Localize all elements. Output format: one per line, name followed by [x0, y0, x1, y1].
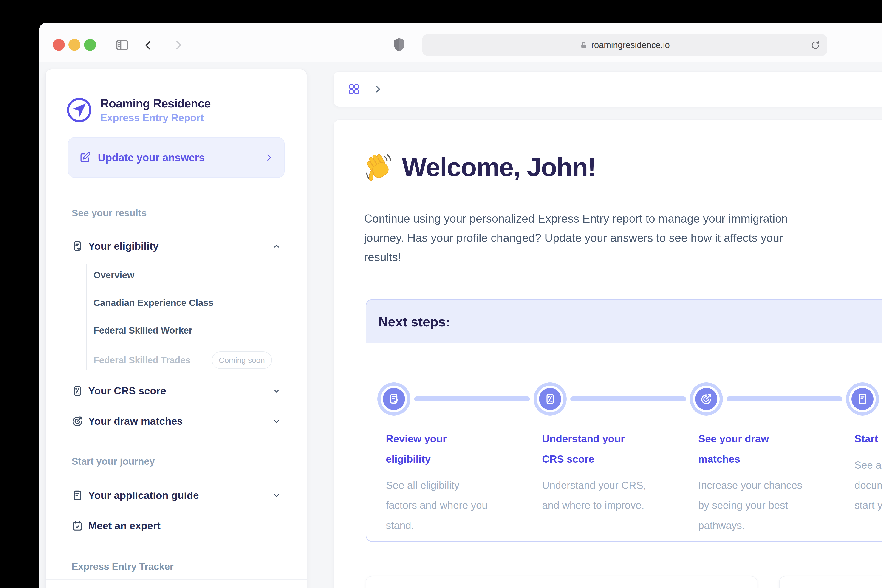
- step-column: Understand your CRS score Understand you…: [542, 429, 649, 515]
- chevron-down-icon[interactable]: [272, 491, 281, 500]
- crs-score-icon: [544, 393, 556, 405]
- file-check-icon: [72, 240, 83, 252]
- step-title-link[interactable]: Understand your CRS score: [542, 429, 649, 469]
- section-express-entry-tracker: Express Entry Tracker: [72, 561, 174, 572]
- step-title-link[interactable]: Review your eligibility: [386, 429, 493, 469]
- update-answers-label: Update your answers: [98, 152, 258, 164]
- next-steps-title: Next steps:: [378, 314, 450, 329]
- timeline-connector: [414, 396, 530, 402]
- timeline-connector: [726, 396, 842, 402]
- brand-title: Roaming Residence: [100, 96, 211, 110]
- step-description: See all eligibility factors and where yo…: [386, 475, 493, 536]
- brand: Roaming Residence Express Entry Report: [66, 96, 211, 124]
- browser-window: roamingresidence.io Roaming Residence Ex…: [39, 23, 882, 588]
- sidebar-item-fst: Federal Skilled Trades: [93, 354, 190, 367]
- step-column: Start See al docum start y: [854, 429, 882, 515]
- sidebar-item-fsw[interactable]: Federal Skilled Worker: [93, 324, 192, 337]
- lock-icon: [580, 41, 588, 49]
- step-column: See your draw matches Increase your chan…: [698, 429, 805, 536]
- timeline-connector: [570, 396, 686, 402]
- dashboard-grid-icon[interactable]: [348, 83, 360, 95]
- target-icon: [72, 416, 83, 427]
- browser-toolbar: roamingresidence.io: [39, 23, 882, 63]
- sidebar-divider: [46, 579, 307, 580]
- brand-subtitle: Express Entry Report: [100, 112, 211, 124]
- next-steps-card: Next steps:: [366, 299, 882, 542]
- step-title-link[interactable]: See your draw matches: [698, 429, 805, 469]
- chevron-up-icon[interactable]: [272, 242, 281, 251]
- step-badge-eligibility: [377, 382, 411, 416]
- chevron-down-icon[interactable]: [272, 386, 281, 396]
- sidebar-toggle-icon[interactable]: [115, 38, 129, 52]
- file-check-icon: [388, 393, 400, 405]
- target-icon: [700, 393, 712, 405]
- next-steps-header: Next steps:: [366, 300, 882, 344]
- section-start-your-journey: Start your journey: [72, 456, 155, 467]
- step-description: Increase your chances by seeing your bes…: [698, 475, 805, 536]
- step-badge-crs: [534, 382, 567, 416]
- step-description: See al docum start y: [854, 455, 882, 515]
- welcome-heading-row: Welcome, John!: [363, 152, 596, 182]
- sidebar-item-application-guide[interactable]: Your application guide: [46, 485, 307, 506]
- bottom-card-left[interactable]: [366, 576, 757, 588]
- back-button[interactable]: [142, 39, 154, 51]
- breadcrumb-bar: [333, 71, 882, 107]
- chevron-right-icon: [264, 153, 273, 162]
- step-title-link[interactable]: Start: [854, 429, 882, 449]
- coming-soon-badge: Coming soon: [212, 351, 272, 369]
- sidebar-item-crs-score[interactable]: Your CRS score: [46, 380, 307, 402]
- minimize-window-button[interactable]: [69, 39, 80, 51]
- step-badge-start: [846, 382, 879, 416]
- chevron-down-icon[interactable]: [272, 417, 281, 426]
- sidebar: Roaming Residence Express Entry Report U…: [45, 69, 307, 588]
- page-content: Roaming Residence Express Entry Report U…: [39, 63, 882, 588]
- step-column: Review your eligibility See all eligibil…: [386, 429, 493, 536]
- file-text-icon: [856, 393, 868, 405]
- sidebar-item-eligibility[interactable]: Your eligibility: [46, 236, 307, 257]
- forward-button[interactable]: [172, 39, 184, 51]
- subnav-indent-line: [86, 264, 87, 370]
- edit-icon: [79, 152, 91, 164]
- crs-score-icon: [72, 385, 83, 397]
- file-text-icon: [72, 490, 83, 501]
- address-bar[interactable]: roamingresidence.io: [422, 34, 827, 56]
- sidebar-item-meet-an-expert[interactable]: Meet an expert: [46, 515, 307, 536]
- zoom-window-button[interactable]: [84, 39, 96, 51]
- section-see-your-results: See your results: [72, 208, 147, 219]
- breadcrumb-chevron-icon: [373, 84, 382, 94]
- sidebar-item-cec[interactable]: Canadian Experience Class: [93, 296, 213, 309]
- next-steps-timeline: Review your eligibility See all eligibil…: [366, 344, 882, 542]
- sidebar-item-draw-matches[interactable]: Your draw matches: [46, 411, 307, 432]
- url-text: roamingresidence.io: [591, 40, 670, 50]
- privacy-shield-icon[interactable]: [392, 36, 406, 54]
- page-title: Welcome, John!: [402, 152, 596, 182]
- sidebar-item-overview[interactable]: Overview: [93, 268, 134, 282]
- navigation-logo-icon: [66, 97, 92, 123]
- step-badge-draws: [690, 382, 723, 416]
- refresh-icon[interactable]: [810, 40, 820, 50]
- update-answers-button[interactable]: Update your answers: [68, 137, 285, 178]
- intro-text: Continue using your personalized Express…: [364, 209, 807, 267]
- step-description: Understand your CRS, and where to improv…: [542, 475, 649, 516]
- bottom-card-right[interactable]: [779, 576, 882, 588]
- calendar-check-icon: [72, 520, 83, 531]
- main-content-card: Welcome, John! Continue using your perso…: [333, 119, 882, 588]
- waving-hand-icon: [363, 153, 393, 182]
- close-window-button[interactable]: [53, 39, 65, 51]
